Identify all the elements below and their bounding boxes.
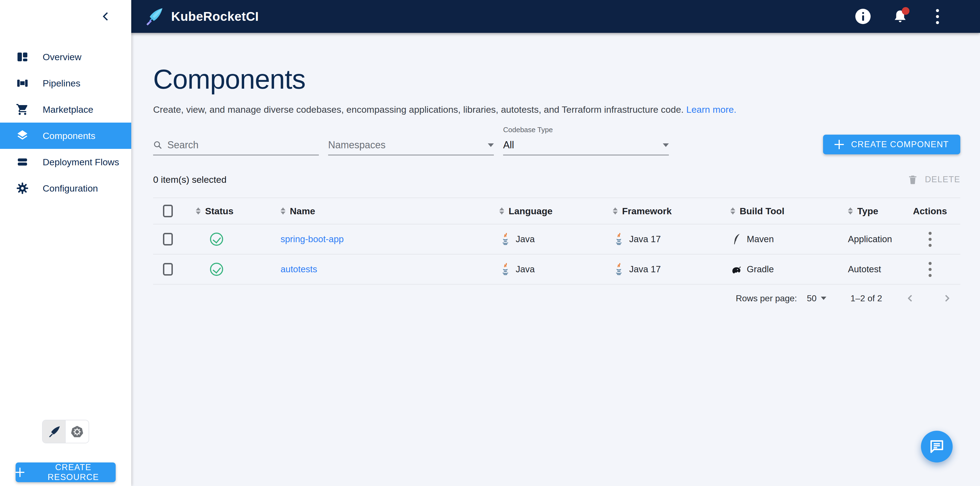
sidebar-item-label: Deployment Flows <box>43 157 119 167</box>
sidebar-item-pipelines[interactable]: Pipelines <box>0 70 131 96</box>
sidebar-item-label: Marketplace <box>43 104 93 115</box>
sort-icon <box>196 207 201 215</box>
deployment-flows-icon <box>15 155 30 169</box>
component-link[interactable]: autotests <box>280 264 317 274</box>
rocket-logo-icon <box>145 6 164 26</box>
build-tool-label: Gradle <box>747 264 774 274</box>
kebab-icon <box>936 9 939 24</box>
pagination-range: 1–2 of 2 <box>850 293 882 303</box>
chat-fab-button[interactable] <box>921 431 953 462</box>
create-component-button[interactable]: CREATE COMPONENT <box>823 135 960 155</box>
sidebar-item-components[interactable]: Components <box>0 123 131 149</box>
configuration-gear-icon <box>15 181 30 195</box>
row-actions-kebab-icon[interactable] <box>929 262 932 277</box>
namespaces-placeholder: Namespaces <box>328 139 385 151</box>
page-description-text: Create, view, and manage diverse codebas… <box>153 104 684 115</box>
type-label: Autotest <box>848 264 881 274</box>
sidebar-item-label: Components <box>43 131 95 141</box>
delete-button[interactable]: DELETE <box>907 174 960 186</box>
theme-toggle <box>42 420 89 443</box>
chevron-left-icon <box>908 295 915 301</box>
page-description: Create, view, and manage diverse codebas… <box>153 104 960 115</box>
info-button[interactable] <box>853 6 873 26</box>
marketplace-cart-icon <box>15 102 30 116</box>
select-all-checkbox[interactable] <box>163 205 173 217</box>
sidebar-item-overview[interactable]: Overview <box>0 44 131 70</box>
maven-icon <box>730 233 742 246</box>
status-success-icon <box>210 263 223 276</box>
learn-more-link[interactable]: Learn more. <box>686 104 737 115</box>
component-link[interactable]: spring-boot-app <box>280 234 344 244</box>
header-type[interactable]: Type <box>838 206 900 217</box>
info-icon <box>855 9 870 24</box>
chevron-left-icon <box>103 12 111 21</box>
sort-icon <box>613 207 618 215</box>
kubernetes-icon <box>70 425 84 438</box>
status-success-icon <box>210 233 223 246</box>
codebase-type-select[interactable]: Codebase Type All <box>503 137 669 155</box>
sidebar-item-configuration[interactable]: Configuration <box>0 175 131 201</box>
table-row: spring-boot-app Java <box>153 225 960 255</box>
row-actions-kebab-icon[interactable] <box>929 232 932 247</box>
table-header-row: Status Name Language Framework Build Too… <box>153 198 960 225</box>
components-layers-icon <box>15 129 30 143</box>
app-top-bar: KubeRocketCI <box>0 0 980 33</box>
build-tool-label: Maven <box>747 234 774 244</box>
java-icon <box>613 233 625 246</box>
overview-icon <box>15 50 30 64</box>
sidebar-item-label: Configuration <box>43 183 98 194</box>
create-resource-button[interactable]: CREATE RESOURCE <box>16 462 116 482</box>
components-table: Status Name Language Framework Build Too… <box>153 198 960 285</box>
framework-label: Java 17 <box>629 234 661 244</box>
rows-per-page-value: 50 <box>807 293 817 303</box>
next-page-button[interactable] <box>940 292 952 304</box>
sort-icon <box>730 207 735 215</box>
main-content: Components Create, view, and manage dive… <box>131 0 980 304</box>
pagination: Rows per page: 50 1–2 of 2 <box>153 292 960 304</box>
chevron-right-icon <box>943 295 950 301</box>
rows-per-page-select[interactable]: 50 <box>807 293 827 303</box>
rocket-theme-button[interactable] <box>43 420 65 443</box>
row-checkbox[interactable] <box>163 233 173 245</box>
create-component-label: CREATE COMPONENT <box>851 140 949 150</box>
sidebar-item-deployment-flows[interactable]: Deployment Flows <box>0 149 131 175</box>
plus-icon <box>16 468 24 477</box>
framework-label: Java 17 <box>629 264 661 274</box>
rocket-icon <box>47 424 61 439</box>
notification-badge <box>902 7 910 15</box>
filters-row: Search Namespaces Codebase Type All CREA… <box>153 135 960 155</box>
trash-icon <box>907 174 918 186</box>
brand-name: KubeRocketCI <box>171 9 259 24</box>
header-language[interactable]: Language <box>490 206 603 217</box>
table-row: autotests Java <box>153 255 960 285</box>
collapse-sidebar-button[interactable] <box>100 10 114 23</box>
header-actions: Actions <box>900 206 960 217</box>
notifications-button[interactable] <box>890 6 910 26</box>
rows-per-page-label: Rows per page: <box>736 293 797 303</box>
chat-icon <box>928 438 945 455</box>
pipelines-icon <box>15 76 30 90</box>
row-checkbox[interactable] <box>163 263 173 276</box>
search-input[interactable]: Search <box>153 137 319 155</box>
header-name[interactable]: Name <box>271 206 490 217</box>
language-label: Java <box>516 234 535 244</box>
delete-label: DELETE <box>925 175 960 185</box>
header-build-tool[interactable]: Build Tool <box>721 206 838 217</box>
type-label: Application <box>848 234 892 244</box>
header-checkbox-cell <box>153 205 186 217</box>
sidebar-item-label: Pipelines <box>43 78 80 89</box>
kubernetes-theme-button[interactable] <box>65 420 89 443</box>
codebase-type-label: Codebase Type <box>503 126 553 134</box>
codebase-type-value: All <box>503 139 514 151</box>
previous-page-button[interactable] <box>905 292 917 304</box>
java-icon <box>499 263 511 276</box>
selection-count: 0 item(s) selected <box>153 174 226 185</box>
namespaces-select[interactable]: Namespaces <box>328 137 494 155</box>
sidebar-item-marketplace[interactable]: Marketplace <box>0 96 131 123</box>
sort-icon <box>848 207 853 215</box>
header-status[interactable]: Status <box>186 206 271 217</box>
header-framework[interactable]: Framework <box>603 206 721 217</box>
chevron-down-icon <box>663 143 669 147</box>
more-menu-button[interactable] <box>928 6 947 26</box>
sort-icon <box>280 207 285 215</box>
